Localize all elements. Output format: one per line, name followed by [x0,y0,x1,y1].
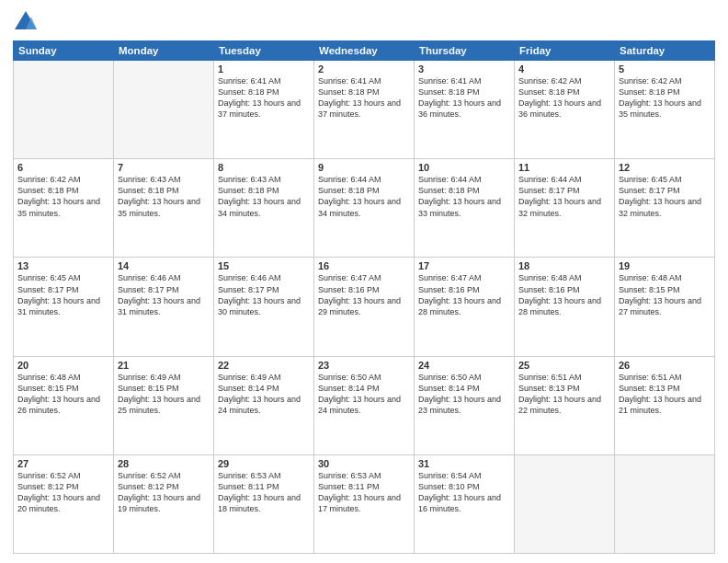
day-cell: 30Sunrise: 6:53 AM Sunset: 8:11 PM Dayli… [314,454,415,553]
week-row-3: 13Sunrise: 6:45 AM Sunset: 8:17 PM Dayli… [14,258,715,356]
day-info: Sunrise: 6:46 AM Sunset: 8:17 PM Dayligh… [118,272,210,317]
day-cell [114,61,214,159]
day-info: Sunrise: 6:48 AM Sunset: 8:16 PM Dayligh… [518,272,610,317]
day-cell: 5Sunrise: 6:42 AM Sunset: 8:18 PM Daylig… [615,61,715,159]
day-info: Sunrise: 6:44 AM Sunset: 8:17 PM Dayligh… [518,174,610,219]
day-cell: 11Sunrise: 6:44 AM Sunset: 8:17 PM Dayli… [515,159,615,258]
day-info: Sunrise: 6:54 AM Sunset: 8:10 PM Dayligh… [418,470,510,515]
day-cell [14,61,114,159]
day-cell [615,454,715,553]
day-info: Sunrise: 6:48 AM Sunset: 8:15 PM Dayligh… [619,272,711,317]
day-cell: 17Sunrise: 6:47 AM Sunset: 8:16 PM Dayli… [415,258,515,356]
day-info: Sunrise: 6:49 AM Sunset: 8:14 PM Dayligh… [218,372,310,417]
day-info: Sunrise: 6:53 AM Sunset: 8:11 PM Dayligh… [318,470,410,515]
day-cell: 23Sunrise: 6:50 AM Sunset: 8:14 PM Dayli… [314,356,415,454]
day-number: 6 [17,162,109,173]
day-cell: 22Sunrise: 6:49 AM Sunset: 8:14 PM Dayli… [214,356,314,454]
day-number: 24 [418,360,510,371]
day-number: 31 [418,458,510,469]
day-info: Sunrise: 6:53 AM Sunset: 8:11 PM Dayligh… [218,470,310,515]
day-cell: 31Sunrise: 6:54 AM Sunset: 8:10 PM Dayli… [415,454,515,553]
logo [13,9,42,35]
day-number: 15 [218,260,310,271]
weekday-header-monday: Monday [114,41,214,61]
day-info: Sunrise: 6:48 AM Sunset: 8:15 PM Dayligh… [17,372,109,417]
day-number: 13 [17,260,109,271]
day-cell: 1Sunrise: 6:41 AM Sunset: 8:18 PM Daylig… [214,61,314,159]
day-cell: 2Sunrise: 6:41 AM Sunset: 8:18 PM Daylig… [314,61,415,159]
day-cell: 13Sunrise: 6:45 AM Sunset: 8:17 PM Dayli… [14,258,114,356]
weekday-header-sunday: Sunday [14,41,114,61]
day-number: 3 [418,63,510,75]
day-cell: 25Sunrise: 6:51 AM Sunset: 8:13 PM Dayli… [515,356,615,454]
day-number: 16 [318,260,410,271]
day-info: Sunrise: 6:50 AM Sunset: 8:14 PM Dayligh… [418,372,510,417]
day-number: 25 [518,360,610,371]
day-number: 10 [418,162,510,173]
day-info: Sunrise: 6:44 AM Sunset: 8:18 PM Dayligh… [318,174,410,219]
day-cell: 16Sunrise: 6:47 AM Sunset: 8:16 PM Dayli… [314,258,415,356]
day-number: 12 [619,162,711,173]
day-number: 11 [518,162,610,173]
day-cell: 29Sunrise: 6:53 AM Sunset: 8:11 PM Dayli… [214,454,314,553]
day-cell: 14Sunrise: 6:46 AM Sunset: 8:17 PM Dayli… [114,258,214,356]
day-number: 4 [518,63,610,75]
day-number: 29 [218,458,310,469]
day-info: Sunrise: 6:43 AM Sunset: 8:18 PM Dayligh… [118,174,210,219]
day-cell: 10Sunrise: 6:44 AM Sunset: 8:18 PM Dayli… [415,159,515,258]
day-number: 22 [218,360,310,371]
week-row-4: 20Sunrise: 6:48 AM Sunset: 8:15 PM Dayli… [14,356,715,454]
day-info: Sunrise: 6:43 AM Sunset: 8:18 PM Dayligh… [218,174,310,219]
day-info: Sunrise: 6:41 AM Sunset: 8:18 PM Dayligh… [218,75,310,121]
day-number: 7 [118,162,210,173]
day-info: Sunrise: 6:49 AM Sunset: 8:15 PM Dayligh… [118,372,210,417]
day-number: 21 [118,360,210,371]
week-row-5: 27Sunrise: 6:52 AM Sunset: 8:12 PM Dayli… [14,454,715,553]
day-info: Sunrise: 6:45 AM Sunset: 8:17 PM Dayligh… [17,272,109,317]
day-info: Sunrise: 6:42 AM Sunset: 8:18 PM Dayligh… [619,75,711,121]
day-info: Sunrise: 6:47 AM Sunset: 8:16 PM Dayligh… [418,272,510,317]
day-cell: 15Sunrise: 6:46 AM Sunset: 8:17 PM Dayli… [214,258,314,356]
weekday-header-row: SundayMondayTuesdayWednesdayThursdayFrid… [14,41,715,61]
day-number: 28 [118,458,210,469]
weekday-header-tuesday: Tuesday [214,41,314,61]
day-info: Sunrise: 6:41 AM Sunset: 8:18 PM Dayligh… [318,75,410,121]
day-info: Sunrise: 6:47 AM Sunset: 8:16 PM Dayligh… [318,272,410,317]
day-cell: 12Sunrise: 6:45 AM Sunset: 8:17 PM Dayli… [615,159,715,258]
weekday-header-thursday: Thursday [415,41,515,61]
day-info: Sunrise: 6:51 AM Sunset: 8:13 PM Dayligh… [619,372,711,417]
day-cell: 7Sunrise: 6:43 AM Sunset: 8:18 PM Daylig… [114,159,214,258]
day-number: 2 [318,63,410,75]
day-number: 5 [619,63,711,75]
day-number: 18 [518,260,610,271]
week-row-1: 1Sunrise: 6:41 AM Sunset: 8:18 PM Daylig… [14,61,715,159]
day-info: Sunrise: 6:52 AM Sunset: 8:12 PM Dayligh… [17,470,109,515]
day-info: Sunrise: 6:46 AM Sunset: 8:17 PM Dayligh… [218,272,310,317]
day-cell: 6Sunrise: 6:42 AM Sunset: 8:18 PM Daylig… [14,159,114,258]
week-row-2: 6Sunrise: 6:42 AM Sunset: 8:18 PM Daylig… [14,159,715,258]
day-cell: 20Sunrise: 6:48 AM Sunset: 8:15 PM Dayli… [14,356,114,454]
day-cell: 8Sunrise: 6:43 AM Sunset: 8:18 PM Daylig… [214,159,314,258]
day-cell: 18Sunrise: 6:48 AM Sunset: 8:16 PM Dayli… [515,258,615,356]
day-number: 27 [17,458,109,469]
day-number: 19 [619,260,711,271]
day-cell: 26Sunrise: 6:51 AM Sunset: 8:13 PM Dayli… [615,356,715,454]
day-cell: 28Sunrise: 6:52 AM Sunset: 8:12 PM Dayli… [114,454,214,553]
logo-icon [13,9,39,35]
day-number: 9 [318,162,410,173]
day-cell: 9Sunrise: 6:44 AM Sunset: 8:18 PM Daylig… [314,159,415,258]
day-number: 17 [418,260,510,271]
day-number: 1 [218,63,310,75]
weekday-header-friday: Friday [515,41,615,61]
day-cell: 21Sunrise: 6:49 AM Sunset: 8:15 PM Dayli… [114,356,214,454]
day-info: Sunrise: 6:51 AM Sunset: 8:13 PM Dayligh… [518,372,610,417]
calendar-table: SundayMondayTuesdayWednesdayThursdayFrid… [13,40,715,554]
day-number: 8 [218,162,310,173]
day-info: Sunrise: 6:45 AM Sunset: 8:17 PM Dayligh… [619,174,711,219]
day-number: 26 [619,360,711,371]
header [13,9,715,35]
day-cell: 19Sunrise: 6:48 AM Sunset: 8:15 PM Dayli… [615,258,715,356]
day-number: 14 [118,260,210,271]
page: SundayMondayTuesdayWednesdayThursdayFrid… [0,0,728,563]
day-cell: 4Sunrise: 6:42 AM Sunset: 8:18 PM Daylig… [515,61,615,159]
